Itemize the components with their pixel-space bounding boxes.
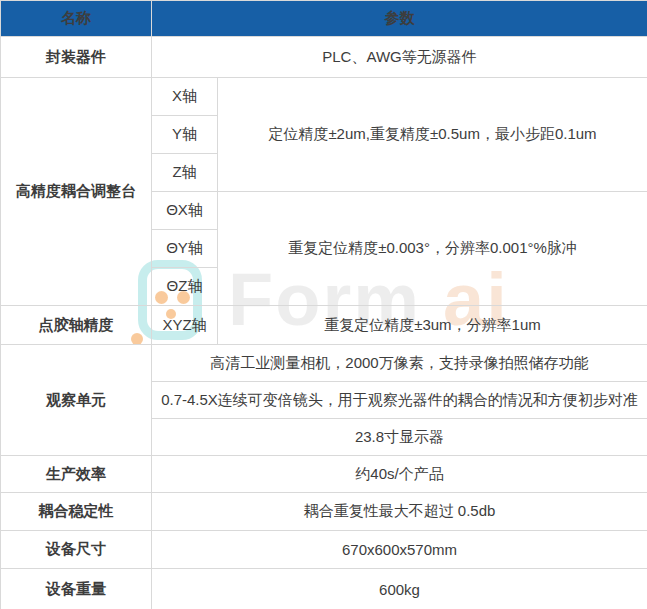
axis-z: Z轴 xyxy=(152,154,218,192)
table-row-dimensions: 设备尺寸 670x600x570mm xyxy=(1,531,647,569)
axis-y: Y轴 xyxy=(152,116,218,154)
table-row-observation-1: 观察单元 高清工业测量相机，2000万像素，支持录像拍照储存功能 xyxy=(1,345,647,382)
header-parameter: 参数 xyxy=(152,1,647,37)
label-dispensing-accuracy: 点胶轴精度 xyxy=(1,306,152,345)
value-package-device: PLC、AWG等无源器件 xyxy=(152,37,647,78)
value-linear-axes: 定位精度±2um,重复精度±0.5um，最小步距0.1um xyxy=(218,78,647,192)
value-observation-lens: 0.7-4.5X连续可变倍镜头，用于观察光器件的耦合的情况和方便初步对准 xyxy=(152,382,647,419)
axis-theta-y: ΘY轴 xyxy=(152,230,218,268)
value-dispensing-accuracy: 重复定位精度±3um，分辨率1um xyxy=(218,306,647,345)
axis-xyz: XYZ轴 xyxy=(152,306,218,345)
label-observation-unit: 观察单元 xyxy=(1,345,152,456)
axis-theta-z: ΘZ轴 xyxy=(152,268,218,306)
value-device-dimensions: 670x600x570mm xyxy=(152,531,647,569)
table-row-weight: 设备重量 600kg xyxy=(1,569,647,609)
spec-table: 名称 参数 封装器件 PLC、AWG等无源器件 高精度耦合调整台 X轴 定位精度… xyxy=(0,0,647,609)
table-header-row: 名称 参数 xyxy=(1,1,647,37)
value-device-weight: 600kg xyxy=(152,569,647,609)
value-observation-camera: 高清工业测量相机，2000万像素，支持录像拍照储存功能 xyxy=(152,345,647,382)
label-package-device: 封装器件 xyxy=(1,37,152,78)
table-row-stability: 耦合稳定性 耦合重复性最大不超过 0.5db xyxy=(1,493,647,531)
label-device-dimensions: 设备尺寸 xyxy=(1,531,152,569)
spec-sheet: Formai 名称 参数 封装器件 PLC、AWG等无源器件 高精度耦合调整台 … xyxy=(0,0,647,609)
label-coupling-stage: 高精度耦合调整台 xyxy=(1,78,152,306)
value-production-efficiency: 约40s/个产品 xyxy=(152,456,647,493)
value-observation-monitor: 23.8寸显示器 xyxy=(152,419,647,456)
label-coupling-stability: 耦合稳定性 xyxy=(1,493,152,531)
table-row-axis-x: 高精度耦合调整台 X轴 定位精度±2um,重复精度±0.5um，最小步距0.1u… xyxy=(1,78,647,116)
table-row-efficiency: 生产效率 约40s/个产品 xyxy=(1,456,647,493)
axis-theta-x: ΘX轴 xyxy=(152,192,218,230)
axis-x: X轴 xyxy=(152,78,218,116)
table-row-dispensing: 点胶轴精度 XYZ轴 重复定位精度±3um，分辨率1um xyxy=(1,306,647,345)
label-production-efficiency: 生产效率 xyxy=(1,456,152,493)
label-device-weight: 设备重量 xyxy=(1,569,152,609)
value-coupling-stability: 耦合重复性最大不超过 0.5db xyxy=(152,493,647,531)
table-row-package: 封装器件 PLC、AWG等无源器件 xyxy=(1,37,647,78)
value-rotary-axes: 重复定位精度±0.003°，分辨率0.001°%脉冲 xyxy=(218,192,647,306)
header-name: 名称 xyxy=(1,1,152,37)
